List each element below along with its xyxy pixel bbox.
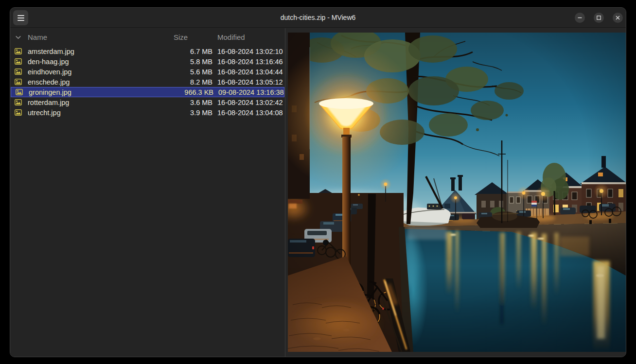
groningen-photo xyxy=(288,33,626,352)
image-file-icon xyxy=(16,89,23,95)
file-size: 8.2 MB xyxy=(174,78,212,86)
window-controls xyxy=(575,8,623,28)
file-row[interactable]: rotterdam.jpg 3.6 MB 16-08-2024 13:02:42 xyxy=(10,97,285,107)
file-modified: 16-08-2024 13:02:10 xyxy=(212,48,285,55)
file-name: amsterdam.jpg xyxy=(28,48,174,55)
minimize-icon xyxy=(577,15,583,20)
file-name: enschede.jpg xyxy=(28,78,174,86)
minimize-button[interactable] xyxy=(575,13,585,23)
image-file-icon xyxy=(15,69,22,75)
file-size: 3.6 MB xyxy=(174,99,212,106)
image-file-icon xyxy=(15,48,22,54)
sort-indicator[interactable] xyxy=(10,34,28,41)
file-row[interactable]: den-haag.jpg 5.8 MB 16-08-2024 13:16:46 xyxy=(10,56,285,67)
file-modified: 16-08-2024 13:16:46 xyxy=(212,58,285,66)
file-modified: 16-08-2024 13:04:08 xyxy=(212,109,285,117)
window-content: Name Size Modified amsterdam.jpg 6.7 MB … xyxy=(10,28,626,357)
maximize-button[interactable] xyxy=(594,13,604,23)
file-size: 6.7 MB xyxy=(174,48,212,55)
file-name: rotterdam.jpg xyxy=(28,99,174,106)
file-modified: 16-08-2024 13:04:44 xyxy=(212,68,285,76)
image-file-icon xyxy=(15,79,22,85)
file-name: groningen.jpg xyxy=(29,88,175,96)
file-row-selected[interactable]: groningen.jpg 966.3 KB 09-08-2024 13:16:… xyxy=(11,87,284,97)
chevron-down-icon xyxy=(15,34,22,41)
file-name: utrecht.jpg xyxy=(28,109,174,117)
file-row[interactable]: utrecht.jpg 3.9 MB 16-08-2024 13:04:08 xyxy=(10,107,285,118)
close-button[interactable] xyxy=(613,13,623,23)
window-title: dutch-cities.zip - MView6 xyxy=(10,8,626,28)
file-size: 966.3 KB xyxy=(175,88,213,96)
maximize-icon xyxy=(596,15,601,20)
file-list-panel: Name Size Modified amsterdam.jpg 6.7 MB … xyxy=(10,28,285,357)
desktop: dutch-cities.zip - MView6 xyxy=(0,0,636,364)
file-size: 5.6 MB xyxy=(174,68,212,76)
column-header-size[interactable]: Size xyxy=(174,33,212,41)
mview6-window: dutch-cities.zip - MView6 xyxy=(10,7,626,357)
close-icon xyxy=(615,15,620,20)
file-name: den-haag.jpg xyxy=(28,58,174,66)
image-viewer[interactable] xyxy=(288,33,626,352)
titlebar[interactable]: dutch-cities.zip - MView6 xyxy=(10,8,626,28)
file-size: 3.9 MB xyxy=(174,109,212,117)
file-name: eindhoven.jpg xyxy=(28,68,174,76)
file-row[interactable]: amsterdam.jpg 6.7 MB 16-08-2024 13:02:10 xyxy=(10,46,285,56)
image-file-icon xyxy=(15,99,22,105)
column-header-name[interactable]: Name xyxy=(28,33,174,41)
file-row[interactable]: enschede.jpg 8.2 MB 16-08-2024 13:05:12 xyxy=(10,77,285,87)
list-header: Name Size Modified xyxy=(10,28,285,46)
photo-vignette xyxy=(288,33,626,352)
column-header-modified[interactable]: Modified xyxy=(212,33,285,41)
file-modified: 16-08-2024 13:05:12 xyxy=(212,78,285,86)
file-modified: 16-08-2024 13:02:42 xyxy=(212,99,285,106)
file-modified: 09-08-2024 13:16:38 xyxy=(213,88,284,96)
file-size: 5.8 MB xyxy=(174,58,212,66)
image-file-icon xyxy=(15,58,22,65)
file-row[interactable]: eindhoven.jpg 5.6 MB 16-08-2024 13:04:44 xyxy=(10,67,285,77)
image-file-icon xyxy=(15,109,22,116)
